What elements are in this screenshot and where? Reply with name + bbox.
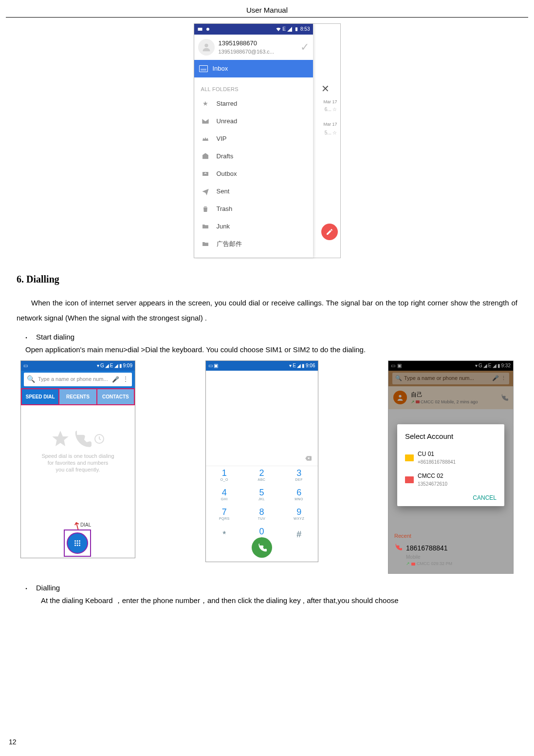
status-bar: E 8:53	[194, 24, 313, 35]
empty-state: Speed dial is one touch dialing for favo…	[21, 429, 135, 473]
notification-icon: ▣	[214, 363, 218, 368]
wifi-icon: ▾	[289, 362, 292, 369]
call-button	[252, 537, 272, 558]
pencil-icon	[326, 228, 333, 236]
recent-number: 18616788841	[406, 543, 452, 553]
tab-recents: RECENTS	[58, 388, 96, 405]
recent-type: Mobile	[406, 553, 452, 561]
recent-label: Recent	[394, 532, 411, 540]
key-5: 5JKL	[243, 486, 280, 505]
key-2: 2ABC	[243, 466, 280, 486]
search-icon: 🔍	[27, 374, 35, 384]
key-#: #	[280, 525, 318, 544]
phone-icon	[72, 429, 92, 449]
dialpad-icon	[73, 539, 82, 548]
sim-number: +8618616788841	[418, 458, 456, 466]
key-4: 4GHI	[206, 486, 243, 505]
key-1: 1O_O	[206, 466, 243, 486]
folder-item-ad: 广告邮件	[194, 235, 313, 253]
tab-speed-dial: SPEED DIAL	[21, 388, 58, 405]
sent-icon	[201, 187, 210, 196]
section-heading: 6. Dialling	[6, 272, 528, 286]
date-label: Mar 17	[323, 99, 337, 106]
page-header: User Manual	[6, 5, 528, 16]
search-placeholder: Type a name or phone num...	[38, 375, 108, 383]
folders-header: ALL FOLDERS	[194, 81, 313, 95]
folder-icon	[201, 240, 210, 248]
date-label: Mar 17	[323, 121, 337, 128]
edge-label: E	[110, 362, 113, 369]
svg-point-14	[79, 545, 80, 546]
sim-icon	[411, 563, 415, 566]
drafts-icon	[201, 152, 210, 161]
envelope-icon	[201, 117, 210, 126]
sim-option-2: CMCC 02 13524672610	[405, 469, 497, 491]
clock-icon	[93, 429, 105, 449]
bullet-start-dialing: ● Start dialing	[17, 332, 517, 343]
account-title: 13951988670	[219, 38, 275, 48]
notification-icon	[205, 26, 211, 32]
trash-icon	[201, 205, 210, 213]
inbox-icon	[199, 65, 208, 72]
overflow-icon: ⋮	[122, 374, 129, 384]
bullet-dialling: ● Dialling	[17, 583, 517, 594]
screenshots-row: ▭ ▾ G ◢ E ◢ ▮ 9:09 🔍 Type a name or phon…	[20, 360, 514, 574]
key-*: *	[206, 525, 243, 544]
folder-list: ★Starred Unread VIP Drafts Outbox Sent T…	[194, 95, 313, 257]
battery-icon: ▮	[119, 362, 122, 369]
status-bar: ▭ ▾ G ◢ E ◢ ▮ 9:09	[21, 361, 135, 371]
status-bar: ▭ ▣ ▾ E ◢ ▮ 9:06	[206, 361, 318, 371]
edge-label: G	[100, 362, 104, 369]
screenshot-dialpad: ▭ ▣ ▾ E ◢ ▮ 9:06 1O_O2ABC3DEF4GHI5JKL6MN…	[205, 360, 318, 562]
key-9: 9WXYZ	[280, 505, 318, 525]
svg-rect-2	[295, 27, 297, 31]
svg-point-9	[74, 542, 76, 544]
signal-icon: ◢	[297, 362, 301, 369]
key-3: 3DEF	[280, 466, 318, 486]
key-8: 8TUV	[243, 505, 280, 525]
sim-name: CU 01	[418, 450, 456, 458]
dial-display	[206, 371, 318, 452]
edge-label: E	[293, 362, 296, 369]
svg-point-13	[77, 545, 78, 546]
star-icon: ★	[201, 99, 210, 108]
empty-text: Speed dial is one touch dialing for favo…	[21, 453, 135, 473]
sub-paragraph-1: Open application's main menu>dial >Dial …	[25, 344, 517, 356]
capture-icon	[197, 26, 203, 32]
phone-icon	[257, 543, 267, 552]
svg-point-8	[79, 540, 80, 542]
svg-point-1	[206, 28, 209, 31]
avatar-icon	[198, 39, 215, 56]
wifi-icon	[276, 26, 281, 32]
signal-icon: ◢	[114, 362, 118, 369]
folder-item-sent: Sent	[194, 183, 313, 200]
star-icon	[51, 429, 70, 449]
tab-contacts: CONTACTS	[96, 388, 135, 405]
folder-item-junk: Junk	[194, 218, 313, 235]
sub-paragraph-2: At the dialing Keboard ，enter the phone …	[41, 595, 517, 606]
dialpad-fab	[67, 532, 88, 554]
star-hint: 6... ☆	[325, 106, 337, 113]
close-icon: ✕	[321, 81, 330, 96]
svg-point-12	[74, 545, 76, 546]
page-number: 12	[9, 737, 17, 747]
backspace-row	[206, 452, 318, 466]
sim-number: 13524672610	[418, 480, 447, 488]
compose-fab	[321, 224, 338, 240]
sim-icon	[405, 476, 414, 483]
account-sub: 13951988670@163.c...	[219, 48, 275, 56]
phone-icon	[394, 543, 402, 551]
signal-icon: ◢	[105, 362, 109, 369]
backspace-icon	[303, 455, 313, 462]
search-bar: 🔍 Type a name or phone num... 🎤 ⋮	[21, 371, 135, 388]
sim-icon	[405, 454, 414, 461]
email-app-screenshot: ✕ Mar 17 6... ☆ Mar 17 5... ☆	[194, 23, 341, 258]
drawer-left: E 8:53 13951988670 13951988670@163.c... …	[194, 24, 313, 258]
folder-item-trash: Trash	[194, 200, 313, 218]
battery-icon: ▮	[302, 362, 305, 369]
cancel-button: CANCEL	[405, 491, 497, 502]
folder-item-drafts: Drafts	[194, 148, 313, 165]
battery-icon	[294, 26, 299, 32]
folder-item-unread: Unread	[194, 113, 313, 130]
account-header: 13951988670 13951988670@163.c... ✓	[194, 35, 313, 60]
